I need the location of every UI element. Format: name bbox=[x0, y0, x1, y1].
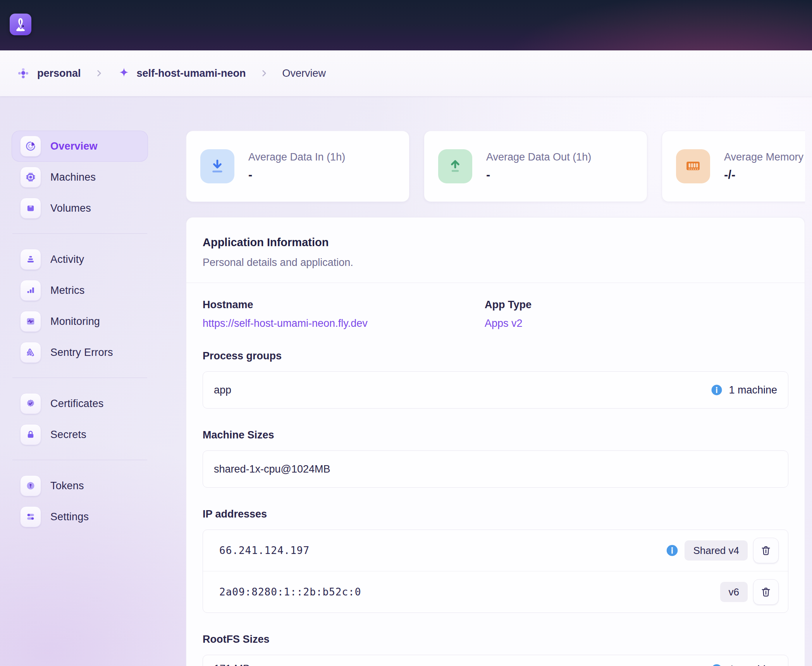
chevron-right-icon bbox=[259, 68, 269, 78]
stack-icon bbox=[20, 249, 41, 270]
stat-title: Average Data Out (1h) bbox=[486, 151, 591, 163]
ip-address: 66.241.124.197 bbox=[219, 545, 310, 556]
machine-size-row: shared-1x-cpu@1024MB bbox=[203, 451, 788, 487]
cpu-icon bbox=[20, 167, 41, 188]
application-information-header: Application Information Personal details… bbox=[186, 217, 805, 283]
application-information-card: Application Information Personal details… bbox=[186, 217, 805, 666]
sidebar-item-label: Overview bbox=[50, 140, 98, 152]
stat-card-data-out: Average Data Out (1h) - bbox=[424, 131, 647, 202]
card-subtitle: Personal details and application. bbox=[203, 256, 788, 269]
machine-count: 1 machine bbox=[729, 384, 777, 396]
sentry-icon bbox=[20, 342, 41, 363]
process-groups-section: Process groups app 1 machine bbox=[203, 350, 788, 409]
hostname-link[interactable]: https://self-host-umami-neon.fly.dev bbox=[203, 317, 485, 330]
sidebar-item-sentry-errors[interactable]: Sentry Errors bbox=[12, 337, 148, 368]
sidebar-item-overview[interactable]: Overview bbox=[12, 131, 148, 162]
breadcrumb-app[interactable]: self-host-umami-neon bbox=[117, 67, 246, 80]
stat-value: - bbox=[248, 168, 345, 182]
breadcrumb-page-label: Overview bbox=[282, 67, 326, 79]
ip-addresses-label: IP addresses bbox=[203, 508, 788, 520]
balloon-icon bbox=[12, 16, 29, 33]
stat-title: Average Memory bbox=[724, 151, 803, 163]
machine-sizes-label: Machine Sizes bbox=[203, 429, 788, 441]
chevron-right-icon bbox=[94, 68, 104, 78]
ip-addresses-section: IP addresses 66.241.124.197 Shared v4 bbox=[203, 508, 788, 613]
hostname-label: Hostname bbox=[203, 298, 485, 311]
process-group-name: app bbox=[214, 384, 231, 396]
box-icon bbox=[20, 198, 41, 219]
keyhole-icon bbox=[20, 475, 41, 496]
sidebar-divider bbox=[12, 378, 147, 378]
sidebar-item-label: Machines bbox=[50, 171, 96, 183]
rootfs-sizes-label: RootFS Sizes bbox=[203, 633, 788, 645]
app-screen: personal self-host-umami-neon Overview bbox=[0, 0, 812, 666]
breadcrumb: personal self-host-umami-neon Overview bbox=[0, 50, 812, 96]
rootfs-size-value: 171 MB bbox=[214, 663, 250, 666]
info-icon[interactable] bbox=[665, 543, 679, 557]
sidebar-item-label: Monitoring bbox=[50, 316, 100, 328]
sidebar-item-label: Activity bbox=[50, 254, 84, 266]
stat-title: Average Data In (1h) bbox=[248, 151, 345, 163]
card-title: Application Information bbox=[203, 235, 788, 249]
sidebar-item-label: Metrics bbox=[50, 285, 84, 297]
sidebar-item-metrics[interactable]: Metrics bbox=[12, 275, 148, 306]
sidebar-item-certificates[interactable]: Certificates bbox=[12, 388, 148, 419]
stat-card-data-in: Average Data In (1h) - bbox=[186, 131, 409, 202]
breadcrumb-org[interactable]: personal bbox=[15, 66, 81, 81]
breadcrumb-app-label: self-host-umami-neon bbox=[137, 67, 246, 79]
process-group-row: app 1 machine bbox=[203, 372, 788, 408]
sidebar-item-label: Sentry Errors bbox=[50, 347, 113, 359]
download-icon bbox=[200, 149, 234, 183]
delete-ip-button[interactable] bbox=[753, 538, 779, 563]
bar-chart-icon bbox=[20, 280, 41, 301]
ip-row: 2a09:8280:1::2b:b52c:0 v6 bbox=[203, 571, 788, 613]
memory-icon bbox=[676, 149, 710, 183]
delete-ip-button[interactable] bbox=[753, 579, 779, 605]
sidebar-item-tokens[interactable]: Tokens bbox=[12, 470, 148, 501]
org-dots-icon bbox=[15, 66, 31, 81]
sidebar-item-secrets[interactable]: Secrets bbox=[12, 419, 148, 450]
sparkle-icon bbox=[117, 67, 131, 80]
breadcrumb-org-label: personal bbox=[37, 67, 81, 79]
sidebar: Overview Machines Volumes bbox=[12, 131, 148, 532]
sidebar-item-label: Settings bbox=[50, 511, 89, 523]
sidebar-item-volumes[interactable]: Volumes bbox=[12, 193, 148, 224]
toggles-icon bbox=[20, 506, 41, 527]
stat-value: -/- bbox=[724, 168, 803, 182]
process-groups-label: Process groups bbox=[203, 350, 788, 362]
rootfs-row: 171 MB 1 machine bbox=[203, 655, 788, 666]
main-content: Average Data In (1h) - Average Data Out … bbox=[186, 131, 805, 666]
pie-chart-icon bbox=[20, 136, 41, 157]
sidebar-item-label: Tokens bbox=[50, 480, 84, 492]
lock-icon bbox=[20, 424, 41, 445]
app-type-label: App Type bbox=[485, 298, 532, 311]
rootfs-sizes-section: RootFS Sizes 171 MB 1 machine bbox=[203, 633, 788, 666]
stat-card-memory: Average Memory -/- bbox=[662, 131, 805, 202]
machine-sizes-section: Machine Sizes shared-1x-cpu@1024MB bbox=[203, 429, 788, 488]
ip-address: 2a09:8280:1::2b:b52c:0 bbox=[219, 586, 361, 598]
upload-icon bbox=[438, 149, 472, 183]
top-header bbox=[0, 0, 812, 50]
info-icon[interactable] bbox=[710, 383, 723, 397]
sidebar-divider bbox=[12, 233, 147, 234]
ip-row: 66.241.124.197 Shared v4 bbox=[203, 530, 788, 571]
sidebar-divider bbox=[12, 460, 147, 460]
stat-value: - bbox=[486, 168, 591, 182]
sidebar-item-label: Certificates bbox=[50, 398, 103, 410]
sidebar-item-monitoring[interactable]: Monitoring bbox=[12, 306, 148, 337]
trash-icon bbox=[760, 586, 772, 598]
stat-cards-row: Average Data In (1h) - Average Data Out … bbox=[186, 131, 805, 202]
badge-check-icon bbox=[20, 393, 41, 414]
ip-type-badge: v6 bbox=[720, 582, 748, 602]
fly-logo[interactable] bbox=[10, 14, 31, 35]
machine-count: 1 machine bbox=[729, 664, 777, 666]
sidebar-item-machines[interactable]: Machines bbox=[12, 162, 148, 193]
trash-icon bbox=[760, 545, 772, 556]
sidebar-item-activity[interactable]: Activity bbox=[12, 244, 148, 275]
sidebar-item-label: Secrets bbox=[50, 429, 86, 441]
sidebar-item-settings[interactable]: Settings bbox=[12, 501, 148, 532]
pulse-icon bbox=[20, 311, 41, 332]
app-type-link[interactable]: Apps v2 bbox=[485, 317, 532, 330]
info-icon[interactable] bbox=[710, 663, 723, 666]
ip-type-badge: Shared v4 bbox=[685, 540, 748, 561]
